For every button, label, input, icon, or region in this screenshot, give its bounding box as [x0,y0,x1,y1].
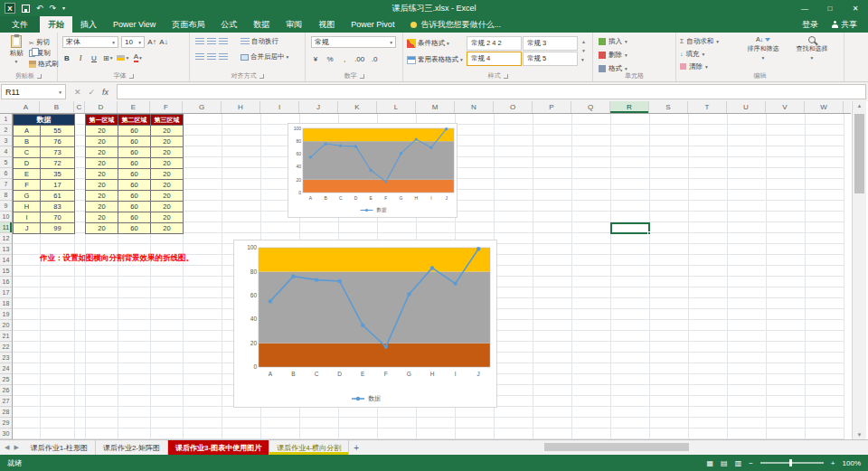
maximize-button[interactable]: □ [817,0,843,16]
sheet-tab-2[interactable]: 课后作业2-矩阵图 [96,440,168,455]
column-header-C[interactable]: C [74,101,85,113]
dialog-launcher-icon[interactable] [259,74,264,79]
scroll-up-icon[interactable]: ▲ [853,103,866,108]
merge-center-button[interactable]: 合并后居中▾ [241,52,288,62]
sheet-grid[interactable]: 数据A55B76C73D72E35F17G61H83I70J99第一区域第二区域… [13,114,844,439]
column-header-S[interactable]: S [649,101,688,113]
find-select-button[interactable]: 查找和选择 ▾ [788,36,835,61]
dialog-launcher-icon[interactable] [37,74,42,79]
excel-app-icon[interactable]: X [5,3,15,14]
ribbon-tab-1[interactable]: 开始 [40,16,72,33]
file-tab[interactable]: 文件 [0,16,40,33]
embedded-chart-small[interactable]: 020406080100ABCDEFGHIJ数据 [288,123,458,218]
horizontal-scroll-thumb[interactable] [544,443,689,451]
column-header-A[interactable]: A [13,101,40,113]
font-size-select[interactable]: 10▾ [121,36,145,48]
row-header-20[interactable]: 20 [0,320,12,331]
row-header-19[interactable]: 19 [0,309,12,320]
column-header-R[interactable]: R [610,101,649,113]
align-top-icon[interactable] [195,38,204,45]
number-format-button-4[interactable]: .00 [354,53,364,64]
bold-button[interactable]: B [62,52,71,63]
dialog-launcher-icon[interactable] [504,74,508,79]
column-header-D[interactable]: D [85,101,118,113]
fill-button[interactable]: ↓填充▾ [680,48,704,60]
zoom-in-icon[interactable]: + [831,459,835,467]
gallery-down-icon[interactable]: ▼ [581,48,586,53]
column-header-G[interactable]: G [183,101,222,113]
autosum-button[interactable]: Σ自动求和▾ [680,35,719,47]
column-header-O[interactable]: O [494,101,533,113]
sort-filter-button[interactable]: A↓ 排序和筛选 ▾ [740,36,787,61]
style-gallery-item[interactable]: 常规 4 [467,52,522,66]
grow-font-button[interactable]: A↑ [147,37,156,48]
fill-color-button[interactable]: ▾ [117,52,128,63]
row-header-17[interactable]: 17 [0,287,12,298]
horizontal-scrollbar[interactable] [541,441,848,453]
style-gallery-item[interactable]: 常规 3 [523,36,578,51]
row-header-12[interactable]: 12 [0,233,12,244]
align-center-icon[interactable] [207,53,216,61]
shrink-font-button[interactable]: A↓ [159,37,168,48]
row-header-26[interactable]: 26 [0,385,12,396]
row-header-23[interactable]: 23 [0,353,12,363]
column-header-L[interactable]: L [377,101,416,113]
row-header-13[interactable]: 13 [0,244,12,255]
column-header-E[interactable]: E [118,101,150,113]
column-header-U[interactable]: U [727,101,766,113]
format-as-table-button[interactable]: 套用表格格式▾ [407,54,463,65]
sheet-tab-4[interactable]: 课后作业4-横向分割 [269,440,349,455]
prev-sheet-icon[interactable]: ◀ [5,444,9,451]
number-format-button-2[interactable]: % [326,53,335,64]
style-gallery-item[interactable]: 常规 2 4 2 [467,36,522,51]
qat-customize-icon[interactable]: ▾ [62,5,65,11]
share-button[interactable]: 共享 [831,19,857,31]
paste-button[interactable]: 粘贴 ▾ [5,35,28,73]
row-header-27[interactable]: 27 [0,396,12,407]
ribbon-tab-4[interactable]: 页面布局 [164,16,212,33]
copy-button[interactable]: 复制 [29,48,59,59]
minimize-button[interactable]: — [792,0,817,16]
zoom-level[interactable]: 100% [843,459,861,467]
row-header-4[interactable]: 4 [0,146,12,157]
row-header-30[interactable]: 30 [0,429,12,439]
font-name-select[interactable]: 宋体▾ [62,36,118,48]
sign-in-button[interactable]: 登录 [802,19,818,31]
page-break-view-icon[interactable]: ▥ [735,459,742,467]
italic-button[interactable]: I [76,52,85,63]
number-format-button-5[interactable]: .0 [370,53,379,64]
number-format-button-1[interactable]: ¥ [311,53,320,64]
next-sheet-icon[interactable]: ▶ [14,444,18,451]
column-header-V[interactable]: V [766,101,805,113]
column-header-F[interactable]: F [150,101,183,113]
scroll-down-icon[interactable]: ▼ [853,432,866,438]
row-header-11[interactable]: 11 [0,222,12,233]
align-bottom-icon[interactable] [219,38,228,45]
close-button[interactable]: ✕ [843,0,868,16]
column-header-N[interactable]: N [455,101,494,113]
ribbon-tab-2[interactable]: 插入 [72,16,105,33]
column-header-P[interactable]: P [533,101,571,113]
ribbon-tab-5[interactable]: 公式 [212,16,245,33]
formula-input[interactable] [117,84,866,99]
number-format-button-3[interactable]: , [340,53,349,64]
row-header-25[interactable]: 25 [0,374,12,385]
ribbon-tab-6[interactable]: 数据 [245,16,278,33]
row-header-2[interactable]: 2 [0,125,12,136]
column-header-T[interactable]: T [688,101,727,113]
row-header-10[interactable]: 10 [0,212,12,222]
normal-view-icon[interactable]: ▦ [707,459,714,467]
row-header-1[interactable]: 1 [0,114,12,125]
dialog-launcher-icon[interactable] [129,74,134,79]
save-icon[interactable] [22,5,30,13]
vertical-scrollbar[interactable]: ▲ ▼ [852,101,866,439]
column-header-W[interactable]: W [805,101,844,113]
align-middle-icon[interactable] [207,38,216,45]
gallery-up-icon[interactable]: ▲ [581,39,586,44]
row-header-6[interactable]: 6 [0,168,12,179]
insert-cells-button[interactable]: 插入▾ [599,35,627,47]
column-header-B[interactable]: B [40,101,74,113]
zoom-out-icon[interactable]: − [749,459,753,467]
column-header-J[interactable]: J [299,101,338,113]
cut-button[interactable]: ✂剪切 [29,37,59,48]
